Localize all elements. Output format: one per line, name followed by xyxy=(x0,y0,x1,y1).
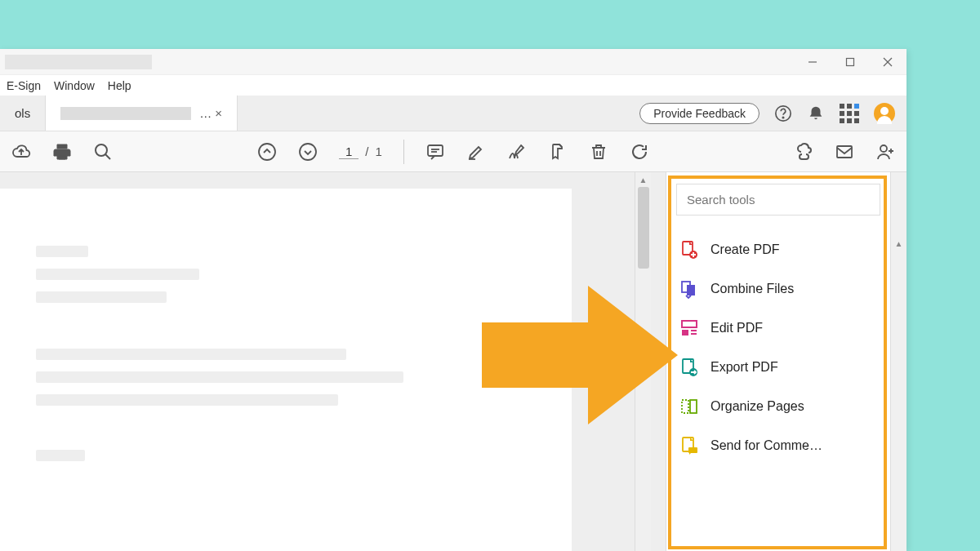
title-placeholder xyxy=(5,55,152,69)
window-controls xyxy=(794,49,906,75)
tool-label: Organize Pages xyxy=(710,399,804,414)
comment-icon[interactable] xyxy=(425,142,445,162)
page-separator: / xyxy=(365,144,368,158)
text-placeholder xyxy=(36,394,338,406)
svg-point-14 xyxy=(880,145,887,152)
svg-point-6 xyxy=(96,144,107,156)
scroll-up-icon[interactable]: ▲ xyxy=(635,172,651,187)
tool-list: Create PDF Combine Files Edit PDF xyxy=(676,233,880,462)
page-up-icon[interactable] xyxy=(257,142,277,162)
tab-document[interactable]: … × xyxy=(46,96,238,131)
svg-rect-25 xyxy=(682,400,688,413)
title-bar xyxy=(0,49,906,75)
tool-label: Edit PDF xyxy=(710,321,763,335)
tool-send-comments[interactable]: Send for Comme… xyxy=(676,429,880,462)
tab-doc-title-placeholder xyxy=(60,107,191,120)
svg-point-8 xyxy=(259,144,275,160)
page-indicator: / 1 xyxy=(339,144,382,159)
stamp-icon[interactable] xyxy=(548,142,568,162)
tab-tools-label: ols xyxy=(15,106,30,120)
help-icon[interactable] xyxy=(774,104,792,122)
svg-rect-13 xyxy=(837,146,852,158)
bell-icon[interactable] xyxy=(807,104,825,122)
feedback-label: Provide Feedback xyxy=(653,107,746,120)
close-button[interactable] xyxy=(869,49,906,75)
document-viewport[interactable] xyxy=(0,172,635,551)
link-cloud-icon[interactable] xyxy=(794,142,813,162)
svg-rect-18 xyxy=(687,285,695,295)
scroll-up-icon[interactable]: ▲ xyxy=(891,236,906,251)
tool-label: Combine Files xyxy=(710,282,794,296)
text-placeholder xyxy=(36,450,85,461)
page-down-icon[interactable] xyxy=(298,142,318,162)
menu-help[interactable]: Help xyxy=(108,79,131,92)
toolbar-divider xyxy=(403,140,404,164)
export-pdf-icon xyxy=(679,358,699,377)
avatar[interactable] xyxy=(874,103,895,124)
highlight-icon[interactable] xyxy=(466,142,486,162)
combine-files-icon xyxy=(679,279,699,299)
apps-icon[interactable] xyxy=(840,104,859,123)
trash-icon[interactable] xyxy=(589,142,608,162)
mail-icon[interactable] xyxy=(835,142,854,162)
tool-create-pdf[interactable]: Create PDF xyxy=(676,233,880,266)
maximize-button[interactable] xyxy=(831,49,869,75)
search-tools-input[interactable] xyxy=(676,184,880,216)
svg-rect-10 xyxy=(428,145,443,156)
tool-organize-pages[interactable]: Organize Pages xyxy=(676,390,880,423)
menu-esign[interactable]: E-Sign xyxy=(7,79,41,92)
tab-doc-suffix: … xyxy=(199,106,212,120)
document-page xyxy=(0,189,572,551)
content-area: ▲ ▶ Create PDF Combine Files xyxy=(0,172,906,551)
scroll-thumb[interactable] xyxy=(638,187,649,269)
zoom-icon[interactable] xyxy=(93,142,113,162)
tool-export-pdf[interactable]: Export PDF xyxy=(676,351,880,384)
svg-rect-26 xyxy=(690,400,697,413)
toolbar: / 1 xyxy=(0,131,906,172)
menu-window[interactable]: Window xyxy=(54,79,95,92)
page-number-input[interactable] xyxy=(339,144,359,159)
tool-combine-files[interactable]: Combine Files xyxy=(676,273,880,305)
sign-icon[interactable] xyxy=(507,142,527,162)
text-placeholder xyxy=(36,246,88,257)
tools-panel: Create PDF Combine Files Edit PDF xyxy=(666,172,890,551)
page-total: 1 xyxy=(375,144,381,158)
tool-label: Export PDF xyxy=(710,360,778,375)
tool-edit-pdf[interactable]: Edit PDF xyxy=(676,312,880,344)
text-placeholder xyxy=(36,291,167,303)
organize-pages-icon xyxy=(679,397,699,416)
tab-close-icon[interactable]: × xyxy=(215,106,222,120)
panel-scrollbar[interactable]: ▲ xyxy=(890,172,906,551)
doc-scrollbar[interactable]: ▲ xyxy=(635,172,651,551)
tool-label: Send for Comme… xyxy=(710,438,822,453)
app-window: E-Sign Window Help ols … × Provide Feedb… xyxy=(0,49,906,551)
tabs-bar: ols … × Provide Feedback xyxy=(0,96,906,131)
print-icon[interactable] xyxy=(52,142,72,162)
svg-rect-1 xyxy=(847,58,854,65)
panel-collapse-handle[interactable]: ▶ xyxy=(651,172,666,551)
send-comments-icon xyxy=(679,436,699,455)
text-placeholder xyxy=(36,371,403,383)
rotate-icon[interactable] xyxy=(630,142,649,162)
create-pdf-icon xyxy=(679,240,699,260)
tool-label: Create PDF xyxy=(710,242,779,257)
svg-rect-28 xyxy=(688,447,697,453)
cloud-upload-icon[interactable] xyxy=(11,142,31,162)
svg-point-9 xyxy=(300,144,316,160)
svg-rect-19 xyxy=(682,321,697,327)
svg-rect-20 xyxy=(682,330,688,335)
menu-bar: E-Sign Window Help xyxy=(0,75,906,96)
provide-feedback-button[interactable]: Provide Feedback xyxy=(639,103,760,124)
minimize-button[interactable] xyxy=(794,49,831,75)
text-placeholder xyxy=(36,269,199,280)
svg-point-5 xyxy=(782,117,783,118)
edit-pdf-icon xyxy=(679,318,699,338)
svg-line-7 xyxy=(105,154,110,159)
text-placeholder xyxy=(36,349,346,360)
add-user-icon[interactable] xyxy=(875,142,895,162)
tab-tools[interactable]: ols xyxy=(0,96,46,131)
